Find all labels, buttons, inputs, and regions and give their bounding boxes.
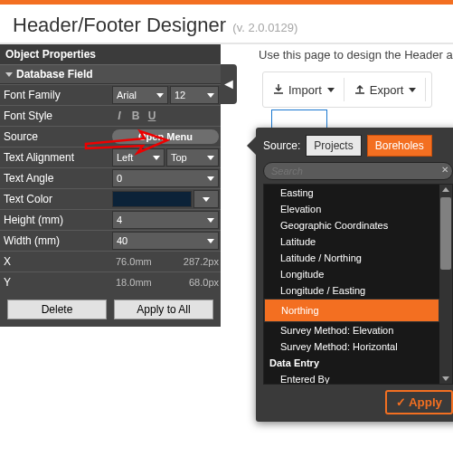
tab-projects[interactable]: Projects: [306, 135, 361, 157]
collapse-panel-button[interactable]: ◄: [221, 64, 237, 104]
caret-down-icon: [409, 88, 416, 92]
list-item[interactable]: Easting: [264, 185, 439, 201]
download-icon: [272, 83, 285, 96]
x-mm-value: 76.0mm: [112, 256, 173, 267]
apply-button[interactable]: Apply: [385, 390, 453, 414]
scroll-down-icon: [442, 376, 449, 381]
list-item[interactable]: Survey Method: Elevation: [264, 322, 439, 338]
clear-search-button[interactable]: ✕: [441, 165, 448, 175]
scroll-up-icon: [442, 187, 449, 192]
horizontal-align-select[interactable]: Left: [112, 148, 165, 167]
delete-button[interactable]: Delete: [7, 300, 107, 319]
open-menu-button[interactable]: Open Menu: [112, 129, 219, 144]
list-item[interactable]: Longitude: [264, 266, 439, 282]
font-family-label: Font Family: [0, 89, 112, 101]
field-listbox: EastingElevationGeographic CoordinatesLa…: [263, 184, 453, 385]
scrollbar[interactable]: [439, 185, 452, 384]
apply-to-all-button[interactable]: Apply to All: [114, 300, 213, 319]
chevron-down-icon: [156, 93, 164, 98]
chevron-down-icon: [207, 176, 214, 181]
text-angle-select[interactable]: 0: [112, 169, 219, 187]
upload-icon: [354, 83, 366, 96]
text-alignment-label: Text Alignment: [0, 151, 112, 164]
section-header-database-field[interactable]: Database Field: [0, 64, 221, 84]
object-properties-panel: Object Properties Database Field Font Fa…: [0, 44, 221, 327]
font-size-select[interactable]: 12: [170, 86, 219, 104]
page-description: Use this page to design the Header and: [259, 48, 453, 62]
chevron-down-icon: [207, 218, 214, 223]
caret-down-icon: [327, 88, 335, 92]
list-item[interactable]: Elevation: [264, 201, 439, 217]
chevron-down-icon: [207, 156, 214, 160]
version-label: (v. 2.0.0129): [232, 21, 297, 34]
text-color-label: Text Color: [0, 193, 112, 205]
panel-title: Object Properties: [0, 44, 221, 64]
toolbar: Import Export: [262, 71, 432, 108]
search-input[interactable]: [263, 162, 453, 180]
vertical-align-select[interactable]: Top: [166, 148, 219, 167]
chevron-down-icon: [203, 197, 210, 202]
list-item[interactable]: Latitude: [264, 233, 439, 250]
width-label: Width (mm): [0, 234, 112, 247]
page-title: Header/Footer Designer: [13, 14, 226, 36]
italic-button[interactable]: I: [112, 109, 127, 122]
import-button[interactable]: Import: [267, 80, 340, 100]
source-popup: Source: Projects Boreholes ✕ EastingElev…: [256, 128, 453, 422]
width-input[interactable]: 40: [112, 232, 219, 250]
y-px-value: 68.0px: [180, 277, 219, 288]
text-angle-label: Text Angle: [0, 172, 112, 185]
height-input[interactable]: 4: [112, 211, 219, 229]
list-item[interactable]: Geographic Coordinates: [264, 217, 439, 233]
popup-source-label: Source:: [263, 139, 300, 152]
tab-boreholes[interactable]: Boreholes: [367, 135, 432, 157]
x-px-value: 287.2px: [175, 256, 219, 267]
height-label: Height (mm): [0, 214, 112, 226]
chevron-left-icon: ◄: [222, 76, 236, 92]
list-item[interactable]: Latitude / Northing: [264, 250, 439, 266]
source-label: Source: [0, 130, 112, 143]
export-button[interactable]: Export: [348, 80, 422, 100]
font-style-label: Font Style: [0, 109, 112, 122]
list-item[interactable]: Survey Method: Horizontal: [264, 338, 439, 355]
y-label: Y: [0, 276, 112, 289]
list-item[interactable]: Entered By: [264, 371, 439, 384]
list-group-header: Data Entry: [264, 355, 439, 371]
text-color-swatch[interactable]: [112, 191, 192, 207]
x-label: X: [0, 255, 112, 268]
chevron-down-icon: [207, 239, 214, 243]
text-color-dropdown[interactable]: [193, 190, 219, 208]
scroll-thumb[interactable]: [440, 197, 451, 270]
list-item[interactable]: Northing: [264, 299, 439, 322]
zoom-field[interactable]: [271, 109, 327, 129]
underline-button[interactable]: U: [145, 109, 159, 122]
chevron-down-icon: [207, 93, 214, 98]
bold-button[interactable]: B: [128, 109, 143, 122]
chevron-down-icon: [153, 156, 160, 160]
font-family-select[interactable]: Arial: [112, 86, 168, 104]
list-item[interactable]: Longitude / Easting: [264, 282, 439, 299]
y-mm-value: 18.0mm: [112, 277, 178, 288]
